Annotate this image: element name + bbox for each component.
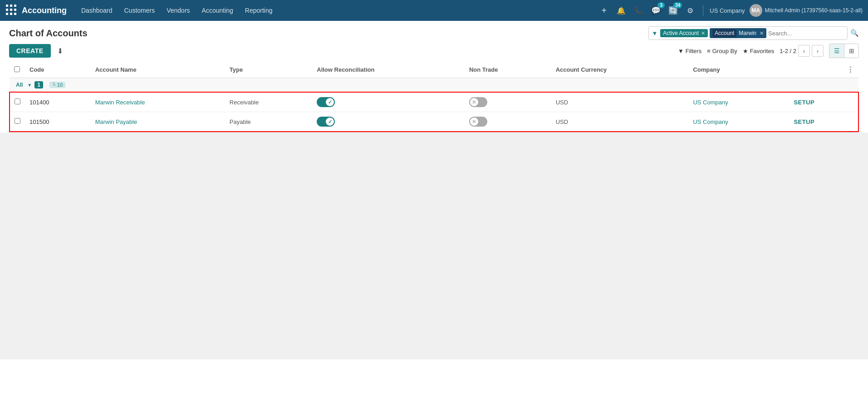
nav-reporting[interactable]: Reporting	[240, 0, 278, 21]
pagination: 1-2 / 2 ‹ ›	[780, 45, 824, 57]
search-input-wrapper	[768, 30, 844, 37]
row-account-name[interactable]: Marwin Receivable	[91, 92, 225, 112]
allow-reconciliation-toggle[interactable]: ✓	[317, 97, 335, 107]
next-page-button[interactable]: ›	[812, 45, 824, 57]
plus-icon[interactable]: +	[598, 4, 610, 17]
row-company[interactable]: US Company	[688, 112, 789, 132]
toggle-knob-off: ✕	[470, 98, 478, 106]
nav-accounting[interactable]: Accounting	[196, 0, 239, 21]
non-trade-toggle[interactable]: ✕	[469, 97, 487, 107]
username: Mitchell Admin (17397560-saas-15-2-all)	[765, 7, 863, 14]
col-header-type: Type	[225, 62, 312, 78]
filter-active-remove[interactable]: ✕	[701, 30, 705, 36]
filter-active-label: Active Account	[663, 30, 699, 36]
page-wrapper: Chart of Accounts ▼ Active Account ✕ Acc…	[0, 21, 868, 408]
top-menu: Dashboard Customers Vendors Accounting R…	[76, 0, 596, 21]
toolbar-right: ▼ Filters ≡ Group By ★ Favorites 1-2 / 2…	[678, 44, 859, 58]
filters-label: Filters	[686, 48, 701, 54]
user-menu[interactable]: MA Mitchell Admin (17397560-saas-15-2-al…	[750, 4, 863, 17]
group-num[interactable]: 1	[34, 81, 43, 88]
group-chevron-icon[interactable]: ▼	[27, 83, 32, 88]
filter-tag-account-marwin[interactable]: Account Marwin ✕	[710, 28, 766, 38]
empty-content-area	[0, 133, 868, 359]
nav-customers[interactable]: Customers	[119, 0, 161, 21]
list-view-button[interactable]: ☰	[829, 44, 844, 58]
row-currency: USD	[551, 92, 689, 112]
update-badge: 34	[673, 2, 682, 8]
nav-dashboard[interactable]: Dashboard	[76, 0, 118, 21]
row-select-checkbox[interactable]	[15, 118, 20, 124]
groupby-icon: ≡	[707, 48, 711, 54]
star-icon: ★	[743, 48, 748, 54]
setup-button[interactable]: SETUP	[794, 118, 814, 125]
col-header-company: Company	[688, 62, 789, 78]
divider	[703, 5, 703, 16]
filter-account-key: Account	[712, 29, 736, 37]
create-button[interactable]: CREATE	[9, 44, 51, 58]
table-header: Code Account Name Type Allow Reconciliat…	[10, 62, 858, 78]
company-selector[interactable]: US Company	[710, 7, 745, 14]
filter-funnel-icon: ▼	[652, 30, 657, 37]
top-navigation: Accounting Dashboard Customers Vendors A…	[0, 0, 868, 21]
all-filter[interactable]: All	[14, 81, 25, 89]
toggle-knob: ✓	[326, 118, 334, 126]
prev-page-button[interactable]: ‹	[798, 45, 810, 57]
filter-tags-container: ▼ Active Account ✕ Account Marwin ✕	[648, 26, 848, 40]
table-row: 101500 Marwin Payable Payable ✓ ✕ USD	[10, 112, 858, 132]
settings-icon[interactable]: ⚙	[684, 4, 696, 17]
col-header-non-trade: Non Trade	[465, 62, 551, 78]
toolbar: CREATE ⬇ ▼ Filters ≡ Group By ★ Favorite…	[0, 40, 868, 62]
row-select-checkbox[interactable]	[15, 98, 20, 104]
app-grid-icon[interactable]	[5, 4, 18, 17]
toggle-knob-off: ✕	[470, 118, 478, 126]
update-icon[interactable]: 🔄 34	[667, 4, 679, 17]
search-area: ▼ Active Account ✕ Account Marwin ✕ 🔍	[541, 26, 859, 40]
col-header-checkbox	[10, 62, 25, 78]
row-checkbox	[10, 112, 25, 132]
groupby-label: Group By	[712, 48, 737, 54]
setup-button[interactable]: SETUP	[794, 99, 814, 106]
filter-account-remove[interactable]: ✕	[760, 30, 764, 36]
chat-badge: 3	[657, 2, 665, 8]
group-row: All ▼ 1 └ 10	[10, 78, 858, 93]
row-account-name[interactable]: Marwin Payable	[91, 112, 225, 132]
non-trade-toggle[interactable]: ✕	[469, 117, 487, 127]
pagination-text: 1-2 / 2	[780, 48, 796, 54]
row-setup: SETUP	[789, 112, 858, 132]
row-code: 101400	[25, 92, 91, 112]
search-icon[interactable]: 🔍	[850, 29, 859, 37]
row-type: Payable	[225, 112, 312, 132]
favorites-control[interactable]: ★ Favorites	[743, 48, 774, 54]
filter-account-value: Marwin	[736, 29, 759, 37]
col-options-button[interactable]: ⋮	[789, 62, 858, 78]
phone-icon[interactable]: 📞	[632, 4, 645, 17]
group-sub-id: └ 10	[49, 82, 65, 88]
toolbar-left: CREATE ⬇	[9, 44, 66, 58]
row-currency: USD	[551, 112, 689, 132]
group-label: All ▼ 1 └ 10	[14, 81, 854, 89]
col-header-allow-reconciliation: Allow Reconciliation	[312, 62, 465, 78]
row-allow-reconciliation: ✓	[312, 92, 465, 112]
toggle-knob: ✓	[326, 98, 334, 106]
group-row-cell: All ▼ 1 └ 10	[10, 78, 858, 93]
download-button[interactable]: ⬇	[54, 45, 66, 57]
table-body: All ▼ 1 └ 10 101400	[10, 78, 858, 132]
nav-vendors[interactable]: Vendors	[161, 0, 195, 21]
search-input[interactable]	[768, 30, 844, 37]
filters-control[interactable]: ▼ Filters	[678, 48, 701, 54]
view-toggle: ☰ ⊞	[829, 44, 859, 58]
row-type: Receivable	[225, 92, 312, 112]
page-title: Chart of Accounts	[9, 28, 88, 39]
chat-icon[interactable]: 💬 3	[649, 4, 662, 17]
row-company[interactable]: US Company	[688, 92, 789, 112]
table-wrapper: Code Account Name Type Allow Reconciliat…	[0, 62, 868, 133]
select-all-checkbox[interactable]	[14, 66, 20, 72]
app-name: Accounting	[22, 6, 67, 15]
kanban-view-button[interactable]: ⊞	[844, 44, 858, 58]
allow-reconciliation-toggle[interactable]: ✓	[317, 117, 335, 127]
groupby-control[interactable]: ≡ Group By	[707, 48, 737, 54]
row-code: 101500	[25, 112, 91, 132]
row-setup: SETUP	[789, 92, 858, 112]
filter-tag-active-account[interactable]: Active Account ✕	[660, 29, 708, 37]
bell-icon[interactable]: 🔔	[615, 4, 628, 17]
